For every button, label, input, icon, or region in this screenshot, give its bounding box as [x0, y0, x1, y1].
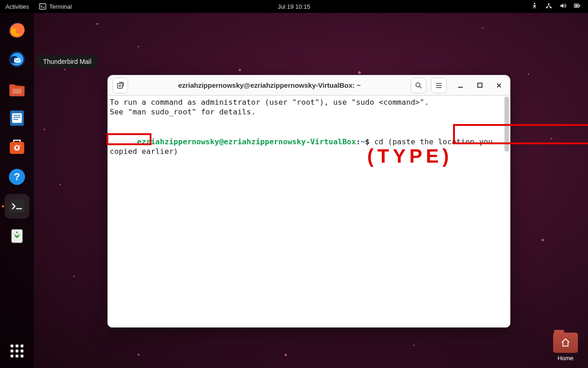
close-button[interactable]	[493, 79, 505, 92]
prompt-path: ~	[360, 137, 365, 146]
top-bar: Activities Terminal Jul 19 10:15	[0, 0, 588, 13]
dock: ?	[0, 13, 34, 368]
terminal-body[interactable]: To run a command as administrator (user …	[108, 96, 510, 327]
svg-rect-16	[13, 119, 18, 120]
activities-label[interactable]: Activities	[6, 3, 29, 10]
svg-rect-25	[477, 83, 482, 87]
prompt-user: ezriahzippernowsky@ezriahzippernowsky-Vi…	[137, 137, 356, 146]
window-title: ezriahzippernowsky@ezriahzippernowsky-Vi…	[133, 81, 406, 89]
show-applications-button[interactable]	[6, 340, 28, 362]
volume-icon[interactable]	[560, 2, 566, 11]
terminal-titlebar[interactable]: ezriahzippernowsky@ezriahzippernowsky-Vi…	[108, 75, 510, 96]
svg-point-1	[534, 3, 535, 4]
dock-help[interactable]: ?	[5, 164, 29, 189]
topbar-app-label[interactable]: Terminal	[49, 3, 72, 10]
desktop-home-folder[interactable]: Home	[549, 333, 582, 362]
svg-rect-6	[579, 5, 580, 7]
accessibility-icon[interactable]	[531, 2, 538, 11]
battery-icon[interactable]	[574, 2, 581, 11]
maximize-button[interactable]	[473, 79, 486, 92]
svg-point-24	[416, 83, 420, 87]
svg-rect-10	[14, 58, 21, 62]
svg-text:?: ?	[14, 170, 20, 182]
running-indicator	[2, 205, 4, 208]
terminal-app-indicator-icon[interactable]	[39, 3, 46, 10]
dock-firefox[interactable]	[5, 17, 29, 42]
minimize-button[interactable]	[454, 79, 467, 92]
hamburger-menu-button[interactable]	[431, 78, 447, 93]
svg-rect-14	[13, 115, 21, 116]
dock-software[interactable]	[5, 135, 29, 160]
new-tab-button[interactable]	[112, 78, 128, 93]
dock-thunderbird[interactable]	[5, 47, 29, 72]
dock-tooltip: Thunderbird Mail	[37, 55, 98, 68]
svg-rect-7	[575, 5, 578, 7]
svg-rect-21	[9, 200, 24, 213]
scrollbar-thumb[interactable]	[504, 96, 509, 152]
svg-rect-13	[12, 113, 22, 123]
desktop-home-label: Home	[549, 355, 582, 362]
dock-trash[interactable]	[5, 223, 29, 248]
svg-rect-0	[39, 4, 46, 9]
annotation-type-label: (TYPE)	[367, 145, 453, 167]
terminal-window: ezriahzippernowsky@ezriahzippernowsky-Vi…	[107, 75, 510, 328]
svg-rect-11	[12, 89, 22, 94]
clock[interactable]: Jul 19 10:15	[278, 3, 310, 10]
search-button[interactable]	[411, 78, 426, 93]
svg-rect-15	[13, 117, 21, 118]
terminal-hint-line: To run a command as administrator (user …	[110, 97, 508, 107]
terminal-hint-line: See "man sudo_root" for details.	[110, 107, 508, 117]
dock-terminal[interactable]	[5, 194, 29, 219]
svg-point-2	[548, 3, 550, 5]
dock-libreoffice-writer[interactable]	[5, 106, 29, 130]
network-icon[interactable]	[545, 2, 552, 11]
dock-files[interactable]	[5, 76, 29, 101]
